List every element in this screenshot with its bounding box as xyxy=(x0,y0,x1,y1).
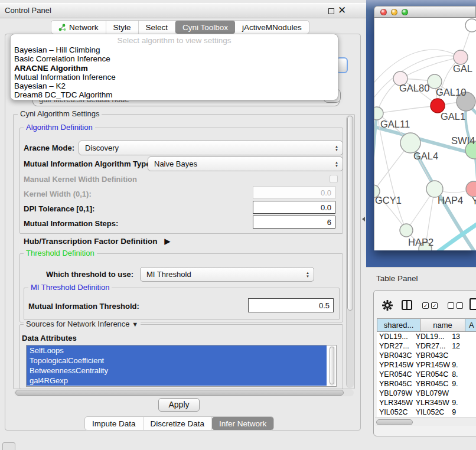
tab-style[interactable]: Style xyxy=(106,21,139,34)
table-row[interactable]: YER054CYER054C8. xyxy=(377,370,476,379)
mi-steps-field[interactable] xyxy=(253,216,335,229)
column-header-a[interactable]: A xyxy=(465,318,476,332)
table-cell: YBR045C xyxy=(413,379,451,389)
window-close-icon[interactable] xyxy=(380,9,387,15)
manual-kernel-label: Manual Kernel Width Definition xyxy=(24,175,137,184)
table-row[interactable]: YLR345WYLR345W9. xyxy=(377,398,476,407)
table-cell: YPR145W xyxy=(377,360,413,370)
data-attributes-list[interactable]: SelfLoopsTopologicalCoefficientBetweenne… xyxy=(26,345,337,387)
algorithm-option-dream8-dc-tdc-algorithm[interactable]: Dream8 DC_TDC Algorithm xyxy=(11,90,338,99)
mi-type-select[interactable]: Naive Bayes ▲▼ xyxy=(148,156,343,171)
float-panel-icon[interactable] xyxy=(328,8,334,14)
table-toolbar: ✓ ✓ xyxy=(374,291,476,317)
algorithm-option-bayesian-hill-climbing[interactable]: Bayesian – Hill Climbing xyxy=(11,45,338,54)
node-hap2[interactable] xyxy=(400,224,413,237)
table-row[interactable]: YBR045CYBR045C9. xyxy=(377,379,476,389)
network-canvas[interactable]: GALGAL80GAL10GAL1GAL11SWI4GAL4GCY1HAP4YH… xyxy=(374,18,476,250)
expanded-arrow-icon[interactable]: ▼ xyxy=(132,321,138,328)
kernel-width-field[interactable] xyxy=(253,186,335,199)
network-window-titlebar[interactable] xyxy=(374,6,476,18)
node-label-swi4: SWI4 xyxy=(451,135,475,146)
node-gal-top-right[interactable] xyxy=(454,50,468,64)
minimized-panel-icon[interactable] xyxy=(2,442,15,450)
table-row[interactable]: YIL052CYIL052C9 xyxy=(377,407,476,417)
node-gal11[interactable] xyxy=(374,107,383,120)
window-minimize-icon[interactable] xyxy=(391,9,397,15)
checked-checkbox-icon[interactable]: ✓ xyxy=(431,302,438,309)
settings-horizontal-scrollbar[interactable] xyxy=(14,389,354,396)
attribute-item-selfloops[interactable]: SelfLoops xyxy=(27,345,327,356)
table-body: YDL19...YDL19...13YDR27...YDR27...12YBR0… xyxy=(377,332,476,417)
manual-kernel-checkbox[interactable] xyxy=(330,175,338,183)
bottom-tab-impute-data[interactable]: Impute Data xyxy=(85,417,144,430)
algorithm-option-aracne-algorithm[interactable]: ARACNE Algorithm xyxy=(11,64,338,73)
table-row[interactable]: YBL079WYBL079W xyxy=(377,389,476,398)
aracne-mode-value: Discovery xyxy=(85,144,119,152)
mi-threshold-group-title: MI Threshold Definition xyxy=(28,283,112,292)
dpi-tolerance-field[interactable] xyxy=(253,201,335,214)
table-cell: YLR345W xyxy=(413,398,451,407)
algorithm-option-bayesian-k2[interactable]: Bayesian – K2 xyxy=(11,81,338,90)
unchecked-checkbox-icon[interactable] xyxy=(457,302,463,309)
column-header-name[interactable]: name xyxy=(420,318,465,332)
settings-horizontal-scrollbar-thumb[interactable] xyxy=(15,390,344,396)
table-row[interactable]: YDR27...YDR27...12 xyxy=(377,341,476,351)
node-pink-right[interactable] xyxy=(466,181,476,197)
algorithm-option-mutual-information-inference[interactable]: Mutual Information Inference xyxy=(11,73,338,81)
close-panel-icon[interactable]: ✕ xyxy=(338,4,346,17)
which-threshold-select[interactable]: MI Threshold ▲▼ xyxy=(140,267,314,282)
network-icon xyxy=(58,24,66,31)
table-horizontal-scrollbar-thumb[interactable] xyxy=(376,419,413,425)
checked-checkbox-icon[interactable]: ✓ xyxy=(422,302,429,309)
hub-definition-toggle[interactable]: Hub/Transcription Factor Definition ▶ xyxy=(24,236,171,246)
document-icon[interactable] xyxy=(470,298,476,310)
table-cell xyxy=(451,389,476,398)
settings-vertical-scrollbar-thumb[interactable] xyxy=(347,116,353,311)
attribute-item-betweennesscentrality[interactable]: BetweennessCentrality xyxy=(27,366,327,376)
column-header-shared[interactable]: shared... xyxy=(377,318,420,332)
mi-threshold-field[interactable] xyxy=(248,298,334,312)
algorithm-dropdown[interactable]: Select algorithm to view settings Bayesi… xyxy=(10,34,338,100)
table-cell: YDR27... xyxy=(377,341,413,351)
node-gal4[interactable] xyxy=(400,133,420,153)
apply-button[interactable]: Apply xyxy=(158,398,200,412)
table-cell: YER054C xyxy=(413,370,451,379)
control-panel-tabs: NetworkStyleSelectCyni ToolboxjActiveMNo… xyxy=(51,20,309,34)
table-cell: 9. xyxy=(451,398,476,407)
tab-cyni-toolbox[interactable]: Cyni Toolbox xyxy=(175,21,235,34)
attribute-item-topologicalcoefficient[interactable]: TopologicalCoefficient xyxy=(27,356,327,366)
split-divider-grip[interactable] xyxy=(362,217,365,221)
table-row[interactable]: YBR043CYBR043C xyxy=(377,351,476,360)
table-horizontal-scrollbar[interactable] xyxy=(375,418,476,426)
table-cell: YBR043C xyxy=(413,351,451,360)
algorithm-option-basic-correlation-inference[interactable]: Basic Correlation Inference xyxy=(11,54,338,63)
bottom-tab-discretize-data[interactable]: Discretize Data xyxy=(144,417,213,430)
network-edge xyxy=(374,50,461,86)
mi-steps-label: Mutual Information Steps: xyxy=(24,219,118,228)
table-cell: YER054C xyxy=(377,370,413,379)
tab-jactivemnodules[interactable]: jActiveMNodules xyxy=(235,21,309,34)
bottom-tab-infer-network[interactable]: Infer Network xyxy=(212,417,273,430)
collapsed-arrow-icon[interactable]: ▶ xyxy=(164,237,170,246)
tab-select[interactable]: Select xyxy=(139,21,176,34)
tab-jactivemnodules-label: jActiveMNodules xyxy=(242,23,302,32)
column-chooser-icon[interactable] xyxy=(402,300,412,310)
table-panel-body: ✓ ✓ shared...nameA YDL19...YDL19...13YDR… xyxy=(373,290,476,436)
attributes-list-scrollbar-thumb[interactable] xyxy=(330,347,334,384)
table-cell: YLR345W xyxy=(377,398,413,407)
unchecked-checkbox-icon[interactable] xyxy=(448,302,454,309)
table-row[interactable]: YPR145WYPR145W9. xyxy=(377,360,476,370)
table-cell: YIL052C xyxy=(413,407,451,417)
table-row[interactable]: YDL19...YDL19...13 xyxy=(377,332,476,341)
cyni-bottom-tabs: Impute DataDiscretize DataInfer Network xyxy=(84,416,274,431)
aracne-mode-select[interactable]: Discovery ▲▼ xyxy=(79,141,343,155)
node-unlabeled-top[interactable] xyxy=(465,19,476,32)
gear-icon[interactable] xyxy=(382,300,393,311)
attributes-list-scrollbar[interactable] xyxy=(329,346,335,386)
settings-vertical-scrollbar[interactable] xyxy=(346,115,354,388)
app-screen: Control Panel ✕ galFiltered.sif default … xyxy=(0,0,476,450)
table-panel-title: Table Panel xyxy=(376,274,418,283)
window-zoom-icon[interactable] xyxy=(402,9,408,15)
tab-network[interactable]: Network xyxy=(51,21,106,34)
attribute-item-gal4rgexp[interactable]: gal4RGexp xyxy=(27,376,327,386)
